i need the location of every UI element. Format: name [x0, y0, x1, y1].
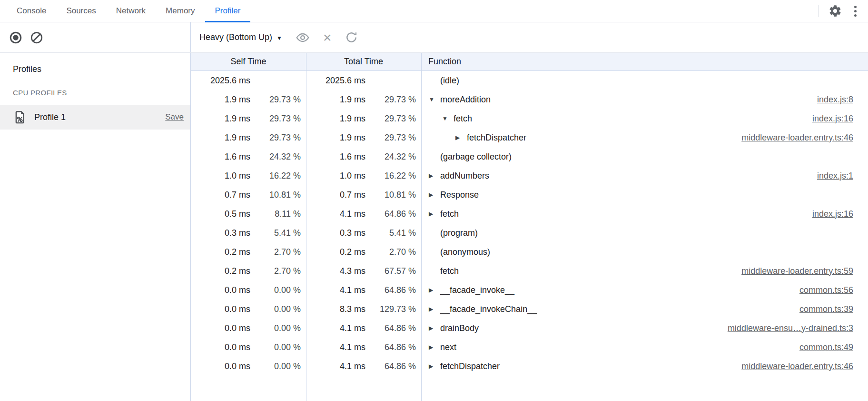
table-row[interactable]: 0.0 ms0.00 %4.1 ms64.86 %▶nextcommon.ts:…: [191, 338, 868, 357]
total-time-cell-percent: 64.86 %: [365, 323, 421, 333]
function-cell: ▶__facade_invoke__common.ts:56: [421, 285, 868, 295]
self-time-cell-ms: 0.7 ms: [191, 190, 250, 200]
total-time-cell: 0.7 ms10.81 %: [306, 190, 421, 200]
self-time-cell-ms: 2025.6 ms: [191, 76, 250, 86]
profiler-controls: [0, 22, 191, 52]
self-time-cell: 0.0 ms0.00 %: [191, 285, 306, 295]
expand-arrow-icon[interactable]: ▶: [428, 325, 440, 331]
source-link[interactable]: index.js:8: [817, 95, 868, 105]
source-link[interactable]: common.ts:39: [799, 304, 868, 314]
table-row[interactable]: 0.2 ms2.70 %4.3 ms67.57 %fetchmiddleware…: [191, 261, 868, 281]
self-time-cell-percent: 2.70 %: [250, 266, 306, 276]
column-header-function[interactable]: Function: [421, 57, 868, 67]
table-row[interactable]: 0.2 ms2.70 %0.2 ms2.70 %(anonymous): [191, 242, 868, 261]
record-icon: [9, 30, 23, 45]
more-menu-button[interactable]: [851, 6, 859, 17]
self-time-cell-ms: 0.0 ms: [191, 285, 250, 295]
save-profile-link[interactable]: Save: [165, 112, 184, 122]
source-link[interactable]: index.js:16: [812, 209, 868, 219]
source-link[interactable]: common.ts:49: [799, 342, 868, 352]
expand-arrow-icon[interactable]: ▶: [428, 211, 440, 217]
source-link[interactable]: index.js:1: [817, 171, 868, 181]
total-time-cell: 1.0 ms16.22 %: [306, 171, 421, 181]
table-row[interactable]: 0.0 ms0.00 %4.1 ms64.86 %▶fetchDispatche…: [191, 357, 868, 376]
function-cell: ▶fetchindex.js:16: [421, 209, 868, 219]
grid-header: Self Time Total Time Function: [191, 53, 868, 71]
tab-console[interactable]: Console: [7, 0, 56, 22]
sidebar-title: Profiles: [0, 53, 190, 74]
table-row[interactable]: 0.0 ms0.00 %4.1 ms64.86 %▶__facade_invok…: [191, 281, 868, 300]
total-time-cell: 0.3 ms5.41 %: [306, 228, 421, 238]
column-header-self-time[interactable]: Self Time: [191, 57, 306, 67]
expand-arrow-icon[interactable]: ▶: [454, 134, 467, 141]
table-row[interactable]: 1.0 ms16.22 %1.0 ms16.22 %▶addNumbersind…: [191, 166, 868, 185]
self-time-cell-percent: 0.00 %: [250, 323, 306, 333]
expand-arrow-icon[interactable]: ▶: [428, 191, 440, 198]
self-time-cell: 0.0 ms0.00 %: [191, 342, 306, 352]
table-row[interactable]: 1.9 ms29.73 %1.9 ms29.73 %▼moreAdditioni…: [191, 90, 868, 109]
table-row[interactable]: 0.3 ms5.41 %0.3 ms5.41 %(program): [191, 223, 868, 242]
profile-document-icon: [14, 110, 26, 124]
total-time-cell-percent: 67.57 %: [365, 266, 421, 276]
table-row[interactable]: 1.9 ms29.73 %1.9 ms29.73 %▼fetchindex.js…: [191, 109, 868, 128]
source-link[interactable]: index.js:16: [812, 114, 868, 124]
profile-name: Profile 1: [34, 112, 165, 122]
function-name: __facade_invoke__: [440, 285, 514, 295]
column-header-total-time[interactable]: Total Time: [306, 57, 421, 67]
restore-functions-button[interactable]: [345, 30, 358, 44]
table-row[interactable]: 2025.6 ms2025.6 ms(idle): [191, 71, 868, 90]
source-link[interactable]: middleware-loader.entry.ts:46: [741, 361, 868, 371]
column-divider: [421, 53, 422, 401]
function-cell: (program): [421, 228, 868, 238]
function-name: next: [440, 342, 456, 352]
source-link[interactable]: middleware-ensu…y-drained.ts:3: [728, 323, 868, 333]
exclude-function-button[interactable]: ×: [323, 30, 332, 45]
total-time-cell-percent: 64.86 %: [365, 285, 421, 295]
self-time-cell: 2025.6 ms: [191, 76, 306, 86]
tab-network[interactable]: Network: [106, 0, 156, 22]
total-time-cell-ms: 1.0 ms: [306, 171, 365, 181]
tab-sources[interactable]: Sources: [56, 0, 106, 22]
source-link[interactable]: common.ts:56: [799, 285, 868, 295]
function-name: fetchDispatcher: [440, 361, 500, 371]
table-row[interactable]: 0.0 ms0.00 %8.3 ms129.73 %▶__facade_invo…: [191, 300, 868, 319]
tab-memory[interactable]: Memory: [156, 0, 205, 22]
self-time-cell: 0.7 ms10.81 %: [191, 190, 306, 200]
expand-arrow-icon[interactable]: ▶: [428, 363, 440, 370]
table-row[interactable]: 0.0 ms0.00 %4.1 ms64.86 %▶drainBodymiddl…: [191, 319, 868, 338]
expand-arrow-icon[interactable]: ▶: [428, 306, 440, 312]
record-button[interactable]: [9, 30, 23, 45]
source-link[interactable]: middleware-loader.entry.ts:59: [741, 266, 868, 276]
function-cell: ▼fetchindex.js:16: [421, 114, 868, 124]
expand-arrow-icon[interactable]: ▶: [428, 172, 440, 179]
gear-icon: [829, 4, 842, 18]
expand-arrow-icon[interactable]: ▶: [428, 287, 440, 293]
tab-profiler[interactable]: Profiler: [205, 0, 251, 22]
source-link[interactable]: middleware-loader.entry.ts:46: [741, 133, 868, 143]
function-name: moreAddition: [440, 95, 491, 105]
total-time-cell-ms: 1.6 ms: [306, 152, 365, 162]
total-time-cell-percent: 16.22 %: [365, 171, 421, 181]
focus-function-button[interactable]: [296, 30, 310, 45]
self-time-cell-percent: 29.73 %: [250, 133, 306, 143]
self-time-cell-ms: 1.9 ms: [191, 95, 250, 105]
expand-arrow-icon[interactable]: ▼: [441, 115, 454, 122]
table-row[interactable]: 0.7 ms10.81 %0.7 ms10.81 %▶Response: [191, 185, 868, 204]
total-time-cell-ms: 4.1 ms: [306, 285, 365, 295]
table-row[interactable]: 0.5 ms8.11 %4.1 ms64.86 %▶fetchindex.js:…: [191, 204, 868, 223]
self-time-cell-percent: 24.32 %: [250, 152, 306, 162]
total-time-cell-ms: 0.3 ms: [306, 228, 365, 238]
settings-button[interactable]: [829, 4, 842, 18]
expand-arrow-icon[interactable]: ▶: [428, 344, 440, 351]
total-time-cell: 4.1 ms64.86 %: [306, 323, 421, 333]
total-time-cell-ms: 4.1 ms: [306, 323, 365, 333]
sidebar-item-profile-1[interactable]: Profile 1 Save: [0, 105, 190, 130]
clear-profiles-button[interactable]: [30, 30, 44, 45]
table-row[interactable]: 1.9 ms29.73 %1.9 ms29.73 %▶fetchDispatch…: [191, 128, 868, 147]
function-name: fetchDispatcher: [467, 133, 526, 143]
self-time-cell-percent: 29.73 %: [250, 95, 306, 105]
expand-arrow-icon[interactable]: ▼: [428, 96, 440, 103]
view-mode-dropdown[interactable]: Heavy (Bottom Up) ▼: [199, 32, 282, 42]
table-row[interactable]: 1.6 ms24.32 %1.6 ms24.32 %(garbage colle…: [191, 147, 868, 166]
total-time-cell-ms: 4.3 ms: [306, 266, 365, 276]
